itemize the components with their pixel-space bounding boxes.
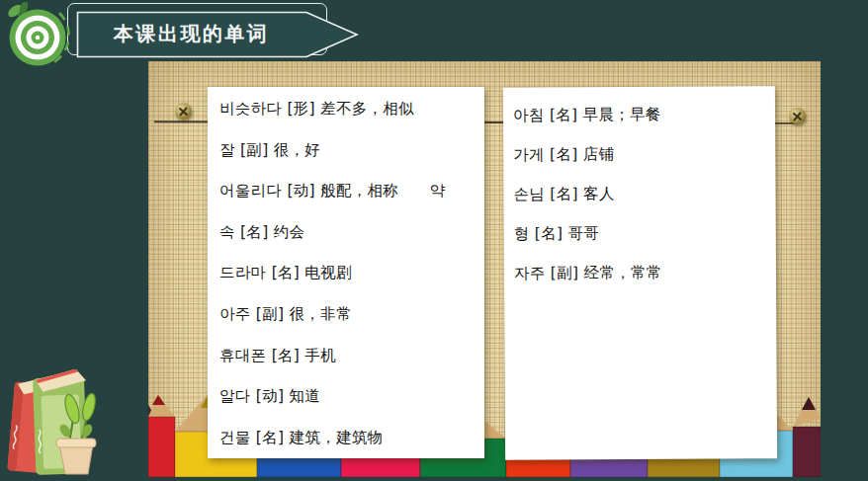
vocab-line: 건물 [名] 建筑，建筑物: [219, 418, 484, 458]
vocab-line: 알다 [动] 知道: [219, 376, 484, 418]
vocab-line: 속 [名] 约会: [219, 212, 484, 254]
target-rings: [10, 10, 66, 66]
pencil: [148, 395, 175, 477]
target-logo-icon: [4, 2, 89, 73]
vocab-line: 자주 [副] 经常，常常: [514, 252, 776, 293]
screw-icon: [789, 108, 806, 124]
vocab-line: 손님 [名] 客人: [513, 173, 775, 214]
screw-icon: [175, 103, 192, 120]
vocab-line: 휴대폰 [名] 手机: [219, 336, 484, 377]
vocab-card-right: 아침 [名] 早晨；早餐 가게 [名] 店铺 손님 [名] 客人 형 [名] 哥…: [503, 86, 777, 460]
slide: 本课出现的单词: [0, 0, 868, 481]
vocab-card-left: 비슷하다 [形] 差不多，相似 잘 [副] 很，好 어울리다 [动] 般配，相称…: [208, 87, 484, 458]
vocab-line: 어울리다 [动] 般配，相称 약: [219, 171, 484, 212]
page-title: 本课出现的单词: [76, 11, 306, 57]
books-illustration: [6, 369, 109, 480]
vocab-line: 아주 [副] 很，非常: [219, 294, 484, 336]
pencil: [793, 397, 821, 477]
burlap-photo-panel: 비슷하다 [形] 差不多，相似 잘 [副] 很，好 어울리다 [动] 般配，相称…: [148, 61, 821, 477]
vocab-line: 잘 [副] 很，好: [219, 130, 484, 172]
vocab-line: 아침 [名] 早晨；早餐: [513, 94, 775, 135]
vocab-line: 가게 [名] 店铺: [513, 133, 775, 175]
vocab-line: 비슷하다 [形] 差不多，相似: [219, 89, 484, 130]
vocab-line: 형 [名] 哥哥: [514, 212, 776, 254]
vocab-line: 드라마 [名] 电视剧: [219, 253, 484, 294]
